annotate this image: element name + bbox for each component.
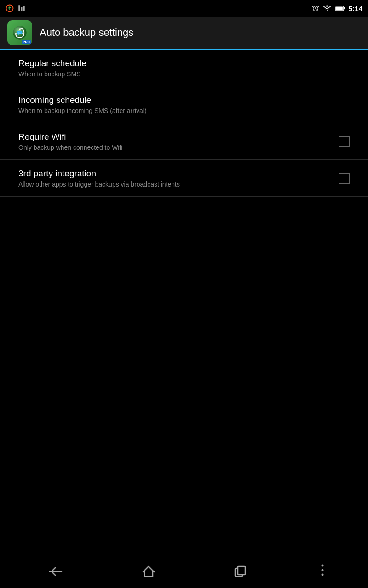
svg-rect-10 xyxy=(18,32,19,32)
svg-point-15 xyxy=(321,569,323,571)
back-button[interactable] xyxy=(40,561,72,582)
svg-rect-13 xyxy=(238,566,245,575)
regular-schedule-subtitle: When to backup SMS xyxy=(18,70,350,78)
wifi-icon xyxy=(323,5,331,12)
nav-bar xyxy=(0,555,368,588)
settings-item-incoming-schedule[interactable]: Incoming schedule When to backup incomin… xyxy=(0,86,368,123)
third-party-checkbox[interactable] xyxy=(339,173,350,184)
home-button[interactable] xyxy=(133,561,164,582)
alarm-icon xyxy=(312,5,319,12)
app-bar: PRO Auto backup settings xyxy=(0,17,368,50)
settings-item-regular-schedule[interactable]: Regular schedule When to backup SMS xyxy=(0,50,368,86)
settings-item-text-third-party: 3rd party integration Allow other apps t… xyxy=(18,169,331,188)
overflow-menu-button[interactable] xyxy=(316,559,328,584)
settings-list: Regular schedule When to backup SMS Inco… xyxy=(0,50,368,197)
status-bar-right: 5:14 xyxy=(312,5,362,12)
svg-rect-6 xyxy=(335,6,343,10)
require-wifi-checkbox[interactable] xyxy=(339,136,350,147)
notification-icon-2 xyxy=(17,4,26,12)
settings-item-require-wifi[interactable]: Require Wifi Only backup when connected … xyxy=(0,123,368,160)
settings-item-text-regular: Regular schedule When to backup SMS xyxy=(18,58,350,78)
status-bar-left xyxy=(6,4,26,12)
notification-icon-1 xyxy=(6,4,14,12)
third-party-title: 3rd party integration xyxy=(18,169,331,179)
battery-icon xyxy=(335,5,345,11)
back-icon xyxy=(49,566,63,577)
svg-rect-7 xyxy=(344,7,345,10)
settings-item-third-party[interactable]: 3rd party integration Allow other apps t… xyxy=(0,160,368,197)
incoming-schedule-title: Incoming schedule xyxy=(18,95,350,105)
settings-item-text-incoming: Incoming schedule When to backup incomin… xyxy=(18,95,350,114)
svg-point-16 xyxy=(321,574,323,576)
home-icon xyxy=(142,565,155,577)
svg-rect-3 xyxy=(23,6,25,11)
settings-item-text-wifi: Require Wifi Only backup when connected … xyxy=(18,132,331,151)
overflow-dots-icon xyxy=(321,564,324,577)
status-time: 5:14 xyxy=(349,5,362,12)
svg-rect-2 xyxy=(21,7,23,11)
incoming-schedule-subtitle: When to backup incoming SMS (after arriv… xyxy=(18,107,350,114)
app-bar-title: Auto backup settings xyxy=(40,27,133,39)
pro-badge: PRO xyxy=(22,40,31,44)
svg-rect-9 xyxy=(17,31,23,34)
recents-button[interactable] xyxy=(225,561,255,582)
svg-rect-11 xyxy=(18,33,21,33)
require-wifi-title: Require Wifi xyxy=(18,132,331,142)
svg-rect-1 xyxy=(18,5,20,11)
svg-point-14 xyxy=(321,565,323,567)
regular-schedule-title: Regular schedule xyxy=(18,58,350,68)
third-party-subtitle: Allow other apps to trigger backups via … xyxy=(18,181,331,188)
require-wifi-subtitle: Only backup when connected to Wifi xyxy=(18,144,331,151)
app-logo: PRO xyxy=(7,20,32,45)
status-bar: 5:14 xyxy=(0,0,368,17)
recents-icon xyxy=(234,565,246,577)
